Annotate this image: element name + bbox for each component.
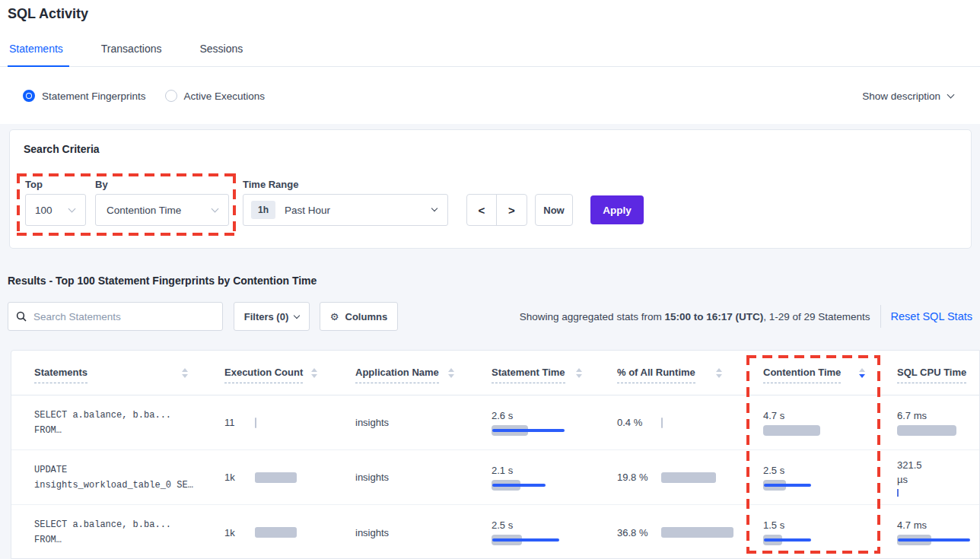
pct-runtime-bar (661, 527, 733, 538)
view-toggle-row: Statement Fingerprints Active Executions… (0, 68, 980, 124)
sort-arrows-icon-active (859, 368, 865, 378)
statement-time-cell: 2.5 s (468, 519, 596, 545)
pct-runtime-bar (661, 418, 663, 428)
statement-fingerprint-link[interactable]: UPDATEinsights_workload_table_0 SE… (11, 462, 202, 493)
search-criteria-card: Search Criteria Top 100 By Contention Ti… (9, 129, 972, 249)
sort-arrows-icon (576, 368, 582, 378)
statements-table: Statements Execution Count Application N… (11, 350, 980, 559)
count-bar (255, 527, 297, 538)
tab-bar: Statements Transactions Sessions (0, 41, 980, 67)
chevron-down-icon (212, 205, 219, 212)
application-name-cell: insights (331, 472, 468, 483)
time-range-label: Time Range (243, 179, 298, 190)
sql-cpu-time-bar (897, 425, 980, 436)
statement-fingerprint-link[interactable]: SELECT a.balance, b.ba...FROM… (11, 517, 202, 548)
show-description-label: Show description (862, 91, 940, 102)
execution-count-cell: 11 (202, 417, 331, 428)
contention-time-cell: 2.5 s (736, 465, 879, 491)
top-select-value: 100 (35, 205, 52, 216)
radio-statement-fingerprints[interactable] (23, 90, 35, 102)
column-header-execution-count[interactable]: Execution Count (202, 351, 331, 395)
table-header-row: Statements Execution Count Application N… (11, 351, 979, 395)
filters-button[interactable]: Filters (0) (234, 302, 310, 331)
contention-time-bar (763, 535, 854, 545)
pct-runtime-bar (661, 472, 716, 483)
count-bar (255, 472, 297, 483)
contention-time-cell: 4.7 s (736, 410, 879, 436)
contention-time-bar (763, 480, 854, 491)
statement-time-bar (492, 535, 583, 545)
tab-statements[interactable]: Statements (8, 41, 65, 66)
statement-time-cell: 2.1 s (468, 465, 596, 491)
top-label: Top (25, 179, 43, 190)
radio-active-executions[interactable] (165, 90, 177, 102)
search-icon (16, 311, 27, 322)
now-button[interactable]: Now (535, 194, 573, 226)
sql-cpu-time-cell: 4.7 ms (879, 519, 980, 545)
application-name-cell: insights (331, 417, 468, 428)
sql-cpu-time-bar (897, 535, 980, 545)
statement-fingerprint-link[interactable]: SELECT a.balance, b.ba...FROM… (11, 408, 202, 438)
apply-button[interactable]: Apply (590, 195, 644, 224)
statement-time-bar (492, 425, 583, 436)
sort-arrows-icon (448, 368, 454, 378)
table-row: SELECT a.balance, b.ba...FROM… 11 insigh… (11, 395, 979, 450)
column-header-contention-time[interactable]: Contention Time (736, 351, 879, 395)
results-heading: Results - Top 100 Statement Fingerprints… (8, 275, 317, 287)
column-header-application-name[interactable]: Application Name (331, 351, 468, 395)
chevron-down-icon (68, 205, 76, 212)
radio-active-executions-label[interactable]: Active Executions (184, 91, 266, 102)
time-range-badge: 1h (251, 201, 275, 219)
chevron-down-icon (294, 312, 300, 318)
contention-time-bar (763, 425, 854, 436)
time-nav-group: < > (466, 194, 527, 226)
tab-transactions[interactable]: Transactions (100, 41, 164, 66)
statement-time-bar (492, 480, 583, 491)
chevron-down-icon (431, 205, 438, 211)
pct-runtime-cell: 19.8 % (596, 470, 736, 484)
show-description-toggle[interactable]: Show description (862, 91, 953, 102)
pct-runtime-cell: 0.4 % (596, 415, 736, 430)
results-meta: Showing aggregated stats from 15:00 to 1… (520, 302, 972, 331)
chevron-down-icon (947, 91, 955, 98)
by-select[interactable]: Contention Time (95, 194, 229, 226)
showing-stats-text: Showing aggregated stats from 15:00 to 1… (520, 311, 870, 322)
count-bar (255, 418, 256, 428)
statement-time-cell: 2.6 s (468, 410, 596, 436)
execution-count-cell: 1k (202, 527, 331, 538)
search-statements-box (8, 302, 223, 331)
pct-runtime-cell: 36.8 % (596, 526, 736, 540)
by-select-value: Contention Time (107, 205, 181, 216)
search-statements-input[interactable] (33, 311, 215, 322)
filters-button-label: Filters (0) (244, 311, 289, 322)
sql-cpu-time-bar (897, 489, 899, 497)
column-header-statements[interactable]: Statements (11, 351, 202, 395)
columns-button-label: Columns (345, 311, 388, 322)
sort-arrows-icon (182, 368, 188, 378)
column-header-pct-runtime[interactable]: % of All Runtime (596, 351, 736, 395)
execution-count-cell: 1k (202, 472, 331, 483)
divider (880, 305, 881, 328)
radio-statement-fingerprints-label[interactable]: Statement Fingerprints (42, 91, 146, 102)
sort-arrows-icon (311, 368, 317, 378)
contention-time-cell: 1.5 s (736, 519, 879, 545)
column-header-statement-time[interactable]: Statement Time (468, 351, 596, 395)
reset-sql-stats-link[interactable]: Reset SQL Stats (891, 310, 972, 322)
sort-arrows-icon (716, 368, 722, 378)
table-row: UPDATEinsights_workload_table_0 SE… 1k i… (11, 450, 979, 505)
sql-cpu-time-cell: 6.7 ms (879, 410, 980, 436)
time-range-select[interactable]: 1h Past Hour (243, 194, 448, 226)
columns-button[interactable]: ⚙ Columns (320, 302, 398, 331)
application-name-cell: insights (331, 527, 468, 538)
gear-icon: ⚙ (330, 311, 339, 322)
tab-sessions[interactable]: Sessions (198, 41, 244, 66)
sql-cpu-time-cell: 321.5 µs (879, 458, 979, 497)
table-row: SELECT a.balance, b.ba...FROM… 1k insigh… (11, 505, 979, 559)
search-criteria-heading: Search Criteria (24, 143, 100, 155)
by-label: By (95, 179, 108, 190)
column-header-sql-cpu-time[interactable]: SQL CPU Time (879, 351, 979, 395)
next-time-button[interactable]: > (497, 195, 527, 225)
top-select[interactable]: 100 (25, 194, 86, 226)
time-range-value: Past Hour (285, 205, 330, 216)
prev-time-button[interactable]: < (467, 195, 497, 225)
